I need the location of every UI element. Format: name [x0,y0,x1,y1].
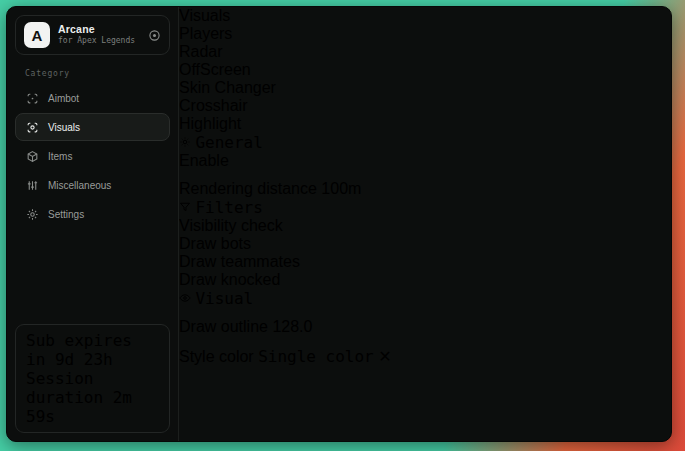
sidebar-nav: Aimbot Visuals Items [15,84,170,228]
section-title-visual: Visual [195,289,253,308]
sidebar-item-label: Visuals [48,122,80,133]
draw-outline-row: Draw outline 128.0 [179,318,392,336]
brand-card: A Arcane for Apex Legends [15,15,170,55]
clear-selection-button[interactable]: ✕ [378,348,391,365]
app-name: Arcane [58,24,140,36]
visibility-check-row: Visibility check [179,217,392,235]
eye-icon [179,290,195,307]
tab-highlight[interactable]: Highlight [179,115,392,133]
tab-skin-changer[interactable]: Skin Changer [179,79,392,97]
draw-knocked-label: Draw knocked [179,271,280,288]
visibility-check-label: Visibility check [179,217,283,234]
sidebar-item-visuals[interactable]: Visuals [15,113,170,141]
tab-radar[interactable]: Radar [179,43,392,61]
style-color-label: Style color [179,348,254,365]
style-color-row: Style color Single color ✕ [179,347,392,366]
enable-label: Enable [179,152,229,169]
rendering-distance-value: 100m [321,180,361,197]
tab-crosshair[interactable]: Crosshair [179,97,392,115]
tab-offscreen[interactable]: OffScreen [179,61,392,79]
sidebar-item-items[interactable]: Items [15,142,170,170]
sliders-icon [26,179,39,192]
sidebar-item-label: Items [48,151,72,162]
crosshair-icon [26,92,39,105]
section-title-filters: Filters [195,198,262,217]
section-title-general: General [195,133,262,152]
sub-expires-text: Sub expires in 9d 23h [26,331,159,369]
draw-teammates-label: Draw teammates [179,253,300,270]
gear-icon [26,208,39,221]
sidebar-item-aimbot[interactable]: Aimbot [15,84,170,112]
style-color-select[interactable]: Single color ✕ [258,348,391,365]
draw-outline-value: 128.0 [272,318,312,335]
tab-bar: Players Radar OffScreen Skin Changer Cro… [179,25,392,133]
enable-row: Enable [179,152,392,170]
target-badge-icon[interactable] [148,29,161,42]
visual-card: Visual Draw outline 128.0 Style color [179,289,392,366]
category-label: Category [25,69,170,78]
funnel-icon [179,199,195,216]
rendering-distance-label: Rendering distance [179,180,317,197]
sidebar-item-label: Settings [48,209,84,220]
style-color-selected-value: Single color [258,347,374,366]
session-duration-text: Session duration 2m 59s [26,369,159,426]
app-logo: A [24,22,50,48]
draw-knocked-row: Draw knocked [179,271,392,289]
rendering-distance-row: Rendering distance 100m [179,180,392,198]
main-panel: Visuals Players Radar OffScreen Skin Cha… [179,7,392,441]
scan-eye-icon [26,121,39,134]
sidebar-item-label: Miscellaneous [48,180,111,191]
sidebar-item-miscellaneous[interactable]: Miscellaneous [15,171,170,199]
sidebar-item-settings[interactable]: Settings [15,200,170,228]
app-subtitle: for Apex Legends [58,37,140,46]
sun-icon [179,134,195,151]
tab-players[interactable]: Players [179,25,392,43]
draw-outline-label: Draw outline [179,318,268,335]
sidebar: A Arcane for Apex Legends Category [7,7,179,441]
draw-bots-row: Draw bots [179,235,392,253]
general-card: General Enable Rendering distance 100m [179,133,392,198]
filters-card: Filters Visibility check Draw bots [179,198,392,289]
draw-teammates-row: Draw teammates [179,253,392,271]
sidebar-item-label: Aimbot [48,93,79,104]
app-window: A Arcane for Apex Legends Category [6,6,672,442]
cube-icon [26,150,39,163]
page-title: Visuals [179,7,392,25]
draw-bots-label: Draw bots [179,235,251,252]
subscription-info: Sub expires in 9d 23h Session duration 2… [15,324,170,433]
